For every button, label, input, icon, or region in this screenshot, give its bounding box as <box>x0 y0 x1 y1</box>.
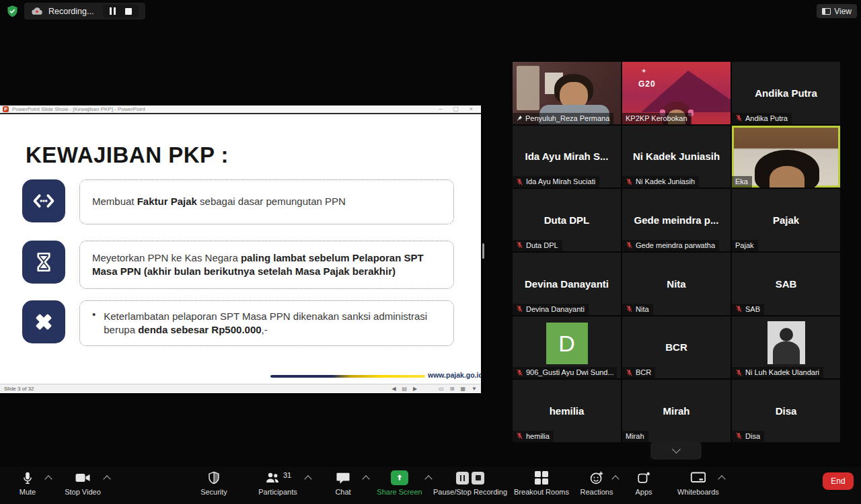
slide-canvas: KEWAJIBAN PKP : Membuat Faktur Pajak seb… <box>0 114 481 384</box>
participant-name-label: Eka <box>732 176 752 187</box>
participant-tile[interactable]: Disa Disa <box>732 380 840 442</box>
participant-name-label: Duta DPL <box>513 240 562 251</box>
hourglass-icon <box>22 241 65 284</box>
pause-recording-button[interactable] <box>110 7 116 15</box>
participant-tile[interactable]: Gede meindra p... Gede meindra parwatha <box>622 189 731 251</box>
encryption-shield-icon <box>6 5 19 17</box>
participants-button[interactable]: 31 Participants <box>250 470 305 496</box>
participant-name-label: 906_Gusti Ayu Dwi Sund... <box>513 367 617 378</box>
participant-tile[interactable]: SAB SAB <box>732 253 840 315</box>
stop-recording-icon[interactable] <box>472 472 484 485</box>
chat-button[interactable]: Chat <box>330 470 357 496</box>
participants-icon <box>264 470 280 485</box>
microphone-icon <box>21 470 34 485</box>
pin-icon <box>516 115 523 122</box>
muted-mic-icon <box>516 432 523 439</box>
chevron-down-icon <box>672 445 681 454</box>
stop-recording-button[interactable] <box>125 8 132 15</box>
participants-options-caret[interactable] <box>304 475 311 482</box>
pause-recording-icon[interactable] <box>456 472 469 485</box>
muted-mic-icon <box>626 369 633 376</box>
annotation-pen-button[interactable]: ▼ <box>472 386 477 392</box>
recording-indicator: Recording... <box>24 3 145 19</box>
participant-tile[interactable]: Andika Putra Andika Putra <box>732 62 840 124</box>
participant-tile-active-speaker[interactable]: Eka <box>732 126 840 188</box>
security-button[interactable]: Security <box>194 470 233 496</box>
participant-name-label: BCR <box>622 367 655 378</box>
participant-name-label: Nita <box>622 304 653 315</box>
cross-icon <box>22 300 65 343</box>
participant-tile[interactable]: Ni Kadek Juniasih Ni Kadek Juniasih <box>622 126 731 188</box>
muted-mic-icon <box>516 241 523 249</box>
participant-tile[interactable]: Ni Luh Kadek Ulandari <box>732 317 840 379</box>
participant-tile[interactable]: ✦ G20 KP2KP Kerobokan <box>622 62 731 124</box>
participant-name-label: Andika Putra <box>732 113 792 124</box>
participant-name-label: SAB <box>732 304 764 315</box>
muted-mic-icon <box>735 432 743 439</box>
muted-mic-icon <box>735 305 743 312</box>
participant-name-label: Disa <box>732 431 764 442</box>
muted-mic-icon <box>735 114 743 122</box>
end-meeting-button[interactable]: End <box>823 472 854 490</box>
slide-title: KEWAJIBAN PKP : <box>26 142 229 168</box>
scrollbar-thumb[interactable] <box>482 243 484 259</box>
next-slide-button[interactable]: ▶ <box>413 386 417 392</box>
participant-tile[interactable]: Penyuluh_Reza Permana <box>513 62 621 124</box>
powerpoint-app-icon: P <box>3 106 9 112</box>
avatar <box>768 321 805 364</box>
muted-mic-icon <box>626 305 633 312</box>
close-button[interactable]: × <box>470 106 473 112</box>
powerpoint-titlebar[interactable]: P PowerPoint Slide Show - [Kewajiban PKP… <box>0 106 481 114</box>
normal-view-button[interactable]: ▭ <box>439 386 444 392</box>
whiteboards-button[interactable]: Whiteboards <box>673 470 723 496</box>
breakout-rooms-button[interactable]: Breakout Rooms <box>511 470 572 496</box>
participant-name-label: Mirah <box>622 431 648 442</box>
muted-mic-icon <box>516 369 523 376</box>
slideshow-view-button[interactable]: ▦ <box>461 386 466 392</box>
maximize-button[interactable]: ▢ <box>453 106 459 112</box>
participant-tile[interactable]: D 906_Gusti Ayu Dwi Sund... <box>513 317 621 379</box>
powerpoint-window[interactable]: P PowerPoint Slide Show - [Kewajiban PKP… <box>0 106 481 393</box>
view-button[interactable]: View <box>817 4 857 18</box>
g20-motif: ✦ <box>641 67 646 75</box>
participant-tile[interactable]: BCR BCR <box>622 317 731 379</box>
share-screen-button[interactable]: Share Screen <box>374 470 425 496</box>
slide-sorter-view-button[interactable]: ⊞ <box>450 386 455 392</box>
shield-icon <box>207 470 221 485</box>
participant-name-label: hemilia <box>513 431 554 442</box>
muted-mic-icon <box>735 369 743 376</box>
code-arrows-icon <box>22 179 65 222</box>
participant-tile[interactable]: Devina Danayanti Devina Danayanti <box>513 253 621 315</box>
participant-tile[interactable]: Pajak Pajak <box>732 189 840 251</box>
muted-mic-icon <box>516 305 523 312</box>
apps-button[interactable]: Apps <box>630 470 657 496</box>
participant-name-label: Ni Luh Kadek Ulandari <box>732 367 823 378</box>
breakout-rooms-icon <box>535 471 549 485</box>
mute-button[interactable]: Mute <box>8 470 47 496</box>
pause-stop-recording-button[interactable]: Pause/Stop Recording <box>430 470 510 496</box>
participant-tile[interactable]: Mirah Mirah <box>622 380 731 442</box>
minimize-button[interactable]: – <box>439 106 442 112</box>
participant-tile[interactable]: Duta DPL Duta DPL <box>513 189 621 251</box>
chat-options-caret[interactable] <box>362 475 369 482</box>
stop-video-button[interactable]: Stop Video <box>61 470 105 496</box>
participant-grid: Penyuluh_Reza Permana ✦ G20 KP2KP Kerobo… <box>513 62 840 442</box>
powerpoint-statusbar: Slide 3 of 32 ◀ ▤ ▶ ▭ ⊞ ▦ ▼ <box>0 384 481 392</box>
participants-count: 31 <box>283 471 291 479</box>
participant-tile[interactable]: Ida Ayu Mirah S... Ida Ayu Mirah Suciati <box>513 126 621 188</box>
slide-bullet-row: • Keterlambatan pelaporan SPT Masa PPN d… <box>22 300 454 346</box>
slide-bullet-box: • Keterlambatan pelaporan SPT Masa PPN d… <box>79 300 454 346</box>
recording-label: Recording... <box>48 7 93 16</box>
participant-name-label: Devina Danayanti <box>513 304 589 315</box>
participant-name-label: Penyuluh_Reza Permana <box>513 113 613 124</box>
reactions-button[interactable]: Reactions <box>576 470 617 496</box>
g20-watermark: G20 <box>638 79 656 89</box>
previous-slide-button[interactable]: ◀ <box>391 386 396 392</box>
scroll-more-participants-button[interactable] <box>650 442 702 460</box>
menu-button[interactable]: ▤ <box>402 386 408 392</box>
muted-mic-icon <box>626 178 633 185</box>
participant-tile[interactable]: hemilia hemilia <box>513 380 621 442</box>
participant-tile[interactable]: Nita Nita <box>622 253 731 315</box>
participant-name-label: KP2KP Kerobokan <box>622 113 691 124</box>
camera-icon <box>75 471 91 485</box>
